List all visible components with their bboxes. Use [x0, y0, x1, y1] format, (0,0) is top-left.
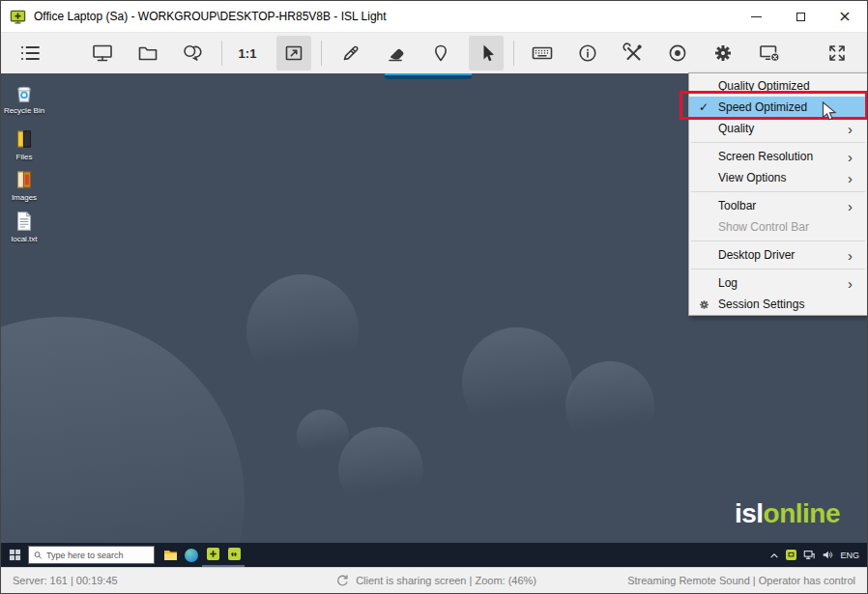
taskbar-isl-connect[interactable]	[223, 543, 245, 567]
taskbar-search[interactable]	[28, 546, 155, 564]
logo-isl-text: isl	[735, 498, 764, 528]
chat-button[interactable]	[175, 36, 210, 71]
submenu-arrow-icon: ›	[848, 171, 867, 185]
remote-taskbar: ENG	[1, 543, 867, 567]
menu-item-toolbar[interactable]: Toolbar ›	[689, 195, 867, 216]
minimize-button[interactable]	[734, 1, 778, 32]
status-bar: Server: 161 | 00:19:45 Client is sharing…	[1, 567, 867, 593]
admin-tools-button[interactable]	[616, 36, 651, 71]
desktop-icon-label: Recycle Bin	[4, 106, 44, 115]
file-transfer-button[interactable]	[130, 36, 165, 71]
desktop-icon-images[interactable]: Images	[3, 167, 45, 202]
submenu-arrow-icon: ›	[848, 199, 867, 213]
logo-online-text: online	[764, 498, 840, 528]
toolbar-separator	[221, 41, 222, 66]
eraser-icon	[385, 42, 408, 65]
maximize-button[interactable]	[778, 1, 823, 32]
desktop-view-button[interactable]	[85, 36, 120, 71]
one-to-one-zoom-button[interactable]: 1:1	[230, 36, 265, 71]
server-status-text: Server: 161 | 00:19:45	[13, 575, 245, 586]
tray-chevron-icon[interactable]	[769, 552, 779, 559]
taskbar-isl-light[interactable]	[202, 543, 223, 567]
background-circle	[297, 410, 349, 462]
menu-item-quality-optimized[interactable]: Quality Optimized	[689, 75, 867, 97]
files-folder-icon	[12, 127, 37, 152]
taskbar-edge[interactable]	[181, 543, 202, 567]
desktop-icon-label: local.txt	[11, 235, 37, 243]
mouse-cursor	[822, 101, 837, 127]
fit-screen-button[interactable]	[276, 36, 311, 71]
network-icon[interactable]	[803, 550, 815, 560]
fit-screen-icon	[282, 42, 305, 65]
fullscreen-icon	[825, 42, 849, 65]
maximize-icon	[796, 13, 805, 21]
menu-item-session-settings[interactable]: Session Settings	[689, 294, 867, 315]
file-explorer-icon	[163, 549, 178, 561]
check-icon: ✓	[689, 100, 718, 114]
background-circle	[462, 327, 572, 438]
menu-separator	[689, 266, 867, 272]
background-circle	[1, 317, 245, 545]
cursor-arrow-icon	[475, 42, 498, 65]
chat-bubbles-icon	[181, 42, 204, 65]
menu-list-icon	[18, 42, 42, 65]
close-button[interactable]: ×	[823, 1, 867, 32]
laser-pointer-button[interactable]	[423, 36, 458, 71]
system-tray: ENG	[769, 550, 867, 560]
menu-item-log[interactable]: Log ›	[689, 272, 867, 294]
desktop-icon-label: Files	[16, 153, 33, 161]
close-icon: ×	[838, 9, 851, 24]
eraser-button[interactable]	[379, 36, 414, 71]
isl-light-app-icon	[10, 9, 26, 25]
end-session-icon	[758, 42, 781, 65]
refresh-icon	[335, 574, 349, 587]
sharing-status: Client is sharing screen | Zoom: (46%)	[245, 574, 627, 587]
window-title: Office Laptop (Sa) - WORKGROUP\DESKTOP-H…	[34, 10, 387, 23]
fullscreen-button[interactable]	[820, 36, 854, 71]
desktop-icon-local-txt[interactable]: local.txt	[3, 209, 45, 243]
desktop-icon-recycle-bin[interactable]: Recycle Bin	[3, 80, 45, 115]
recycle-bin-icon	[12, 80, 37, 105]
menu-item-view-options[interactable]: View Options ›	[689, 167, 867, 188]
window-controls: ×	[734, 1, 867, 32]
toolbar-separator	[513, 41, 514, 66]
language-indicator[interactable]: ENG	[840, 551, 859, 560]
taskbar-file-explorer[interactable]	[159, 543, 181, 567]
desktop-icon-label: Images	[12, 193, 37, 202]
settings-button[interactable]	[706, 36, 740, 71]
session-info-button[interactable]	[570, 36, 605, 71]
volume-icon[interactable]	[822, 550, 833, 560]
background-circle	[246, 274, 359, 386]
menu-item-desktop-driver[interactable]: Desktop Driver ›	[689, 244, 867, 266]
tools-icon	[622, 42, 645, 65]
menu-separator	[689, 139, 867, 146]
session-list-button[interactable]	[13, 36, 47, 71]
search-input[interactable]	[46, 551, 149, 560]
tray-isl-icon[interactable]	[786, 550, 796, 560]
settings-context-menu: Quality Optimized ✓ Speed Optimized Qual…	[688, 72, 868, 316]
start-button[interactable]	[1, 543, 28, 567]
draw-pen-button[interactable]	[333, 36, 368, 71]
menu-separator	[689, 188, 867, 195]
menu-separator	[689, 238, 867, 244]
one-to-one-label: 1:1	[239, 46, 257, 61]
menu-item-speed-optimized[interactable]: ✓ Speed Optimized	[689, 97, 867, 118]
pencil-icon	[339, 42, 362, 65]
windows-logo-icon	[9, 549, 21, 561]
submenu-arrow-icon: ›	[848, 248, 867, 263]
menu-item-screen-resolution[interactable]: Screen Resolution ›	[689, 146, 867, 167]
folder-icon	[136, 42, 159, 65]
search-icon	[34, 551, 43, 560]
minimized-control-bar-tab[interactable]	[385, 73, 472, 79]
menu-item-quality[interactable]: Quality ›	[689, 118, 867, 139]
pointer-mode-button[interactable]	[469, 36, 504, 71]
end-session-button[interactable]	[752, 36, 787, 71]
gear-icon	[689, 298, 718, 311]
monitor-icon	[91, 42, 114, 65]
toolbar: 1:1	[1, 32, 867, 73]
menu-item-show-control-bar[interactable]: Show Control Bar	[689, 216, 867, 238]
record-button[interactable]	[660, 36, 695, 71]
desktop-icon-files[interactable]: Files	[3, 127, 45, 161]
keyboard-button[interactable]	[525, 36, 560, 71]
toolbar-separator	[321, 41, 322, 66]
